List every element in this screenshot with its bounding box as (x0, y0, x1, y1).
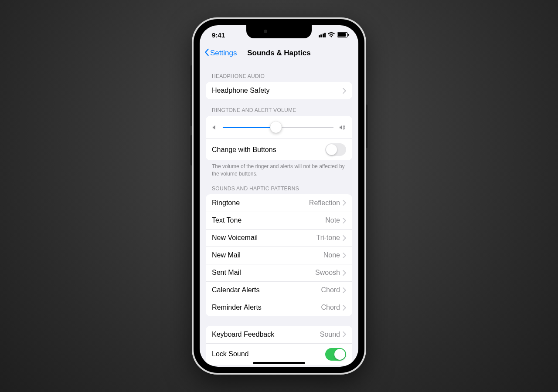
chevron-right-icon (343, 287, 346, 293)
chevron-right-icon (343, 331, 346, 337)
pattern-label: Ringtone (212, 199, 309, 207)
keyboard-feedback-row[interactable]: Keyboard Feedback Sound (206, 326, 352, 343)
back-button[interactable]: Settings (204, 48, 237, 58)
pattern-row[interactable]: Sent MailSwoosh (206, 264, 352, 281)
lock-sound-toggle[interactable] (325, 348, 346, 361)
pattern-value: Note (325, 216, 340, 224)
cellular-signal-icon (319, 33, 326, 37)
pattern-label: Sent Mail (212, 269, 315, 277)
volume-slider-row[interactable] (206, 116, 352, 139)
change-with-buttons-row[interactable]: Change with Buttons (206, 139, 352, 160)
pattern-label: Text Tone (212, 216, 325, 224)
change-with-buttons-toggle[interactable] (325, 143, 346, 156)
device-frame: 9:41 Settings S (192, 17, 366, 375)
keyboard-feedback-value: Sound (320, 331, 340, 338)
volume-footer: The volume of the ringer and alerts will… (206, 160, 352, 178)
pattern-row[interactable]: Text ToneNote (206, 212, 352, 229)
chevron-right-icon (343, 88, 346, 94)
change-with-buttons-label: Change with Buttons (212, 146, 325, 154)
wifi-icon (328, 32, 335, 37)
volume-header: Ringtone and Alert Volume (206, 99, 352, 116)
battery-icon (337, 32, 348, 37)
screen: 9:41 Settings S (200, 25, 358, 367)
chevron-right-icon (343, 218, 346, 223)
back-label: Settings (210, 49, 237, 57)
lock-sound-label: Lock Sound (212, 350, 325, 358)
volume-group: Change with Buttons (206, 116, 352, 160)
headphone-safety-row[interactable]: Headphone Safety (206, 82, 352, 99)
pattern-row[interactable]: Calendar AlertsChord (206, 281, 352, 299)
nav-bar: Settings Sounds & Haptics (200, 44, 358, 62)
scroll-content[interactable]: Headphone Audio Headphone Safety Rington… (200, 62, 358, 367)
volume-slider[interactable] (223, 121, 333, 133)
pattern-label: Calendar Alerts (212, 286, 321, 294)
chevron-right-icon (343, 305, 346, 311)
pattern-value: Chord (321, 304, 340, 311)
misc-group: Keyboard Feedback Sound Lock Sound (206, 326, 352, 365)
headphone-header: Headphone Audio (206, 65, 352, 82)
pattern-value: Reflection (309, 199, 340, 207)
patterns-header: Sounds and Haptic Patterns (206, 178, 352, 194)
page-title: Sounds & Haptics (247, 49, 310, 57)
status-right (319, 32, 348, 37)
chevron-right-icon (343, 200, 346, 206)
pattern-label: New Mail (212, 251, 323, 259)
speaker-low-icon (212, 124, 218, 131)
pattern-value: Chord (321, 286, 340, 294)
pattern-label: New Voicemail (212, 234, 316, 242)
status-time: 9:41 (212, 31, 225, 39)
pattern-value: Swoosh (315, 269, 340, 277)
pattern-row[interactable]: New MailNone (206, 247, 352, 264)
notch (246, 25, 312, 38)
device-bezel: 9:41 Settings S (194, 19, 364, 373)
pattern-row[interactable]: RingtoneReflection (206, 194, 352, 212)
speaker-high-icon (338, 124, 346, 131)
chevron-right-icon (343, 253, 346, 258)
keyboard-feedback-label: Keyboard Feedback (212, 331, 320, 338)
pattern-value: Tri-tone (316, 234, 340, 242)
chevron-right-icon (343, 270, 346, 276)
patterns-group: RingtoneReflectionText ToneNoteNew Voice… (206, 194, 352, 316)
chevron-right-icon (343, 235, 346, 241)
pattern-value: None (323, 251, 340, 259)
chevron-left-icon (204, 48, 209, 58)
pattern-row[interactable]: Reminder AlertsChord (206, 299, 352, 316)
pattern-label: Reminder Alerts (212, 304, 321, 311)
headphone-safety-label: Headphone Safety (212, 87, 343, 95)
home-indicator[interactable] (253, 362, 305, 364)
pattern-row[interactable]: New VoicemailTri-tone (206, 229, 352, 247)
headphone-group: Headphone Safety (206, 82, 352, 99)
